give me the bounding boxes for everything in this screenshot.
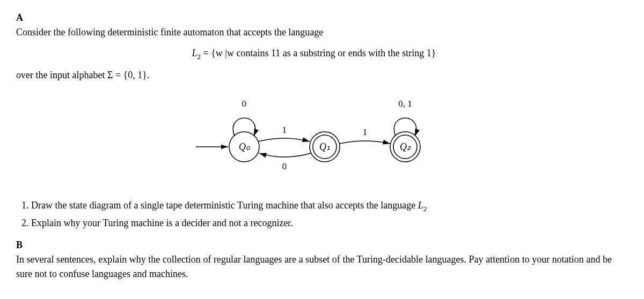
part-b-label: B <box>16 238 30 252</box>
state-q2-label: Q₂ <box>400 141 411 152</box>
dfa-svg: Q₀ 0 Q₁ Q₂ 0, 1 1 0 <box>174 88 453 184</box>
loop-q2-label: 0, 1 <box>398 99 412 109</box>
edge-q1-q0 <box>259 153 311 157</box>
state-q0-label: Q₀ <box>239 141 250 152</box>
part-a-item2: Explain why your Turing machine is a dec… <box>31 216 612 230</box>
edge-q1-q0-label: 0 <box>282 161 287 171</box>
item1-L: L <box>418 200 423 211</box>
part-a-label: A <box>16 11 30 25</box>
language-definition: L2 = {w |w contains 11 as a substring or… <box>16 46 612 62</box>
part-a-item1: Draw the state diagram of a single tape … <box>31 198 612 214</box>
part-a-subitems: Draw the state diagram of a single tape … <box>16 198 612 230</box>
part-a: A Consider the following deterministic f… <box>16 11 628 236</box>
dfa-diagram: Q₀ 0 Q₁ Q₂ 0, 1 1 0 <box>16 88 612 189</box>
item1-L-sub: 2 <box>423 205 427 213</box>
alphabet-line: over the input alphabet Σ = {0, 1}. <box>16 68 612 83</box>
loop-q0-label: 0 <box>242 99 247 109</box>
edge-q0-q1-label: 1 <box>282 125 287 135</box>
edge-q1-q2-label: 1 <box>363 127 368 137</box>
part-a-body: Consider the following deterministic fin… <box>16 25 612 236</box>
part-a-item1-text: Draw the state diagram of a single tape … <box>31 200 418 211</box>
edge-q1-q2 <box>340 141 390 144</box>
edge-q0-q1 <box>258 138 310 141</box>
lang-L: L <box>192 48 197 58</box>
part-b: B In several sentences, explain why the … <box>16 238 628 281</box>
part-a-intro: Consider the following deterministic fin… <box>16 27 323 38</box>
state-q1-label: Q₁ <box>319 141 330 152</box>
part-b-text: In several sentences, explain why the co… <box>16 252 612 281</box>
lang-def-text: = {w |w contains 11 as a substring or en… <box>201 48 436 58</box>
